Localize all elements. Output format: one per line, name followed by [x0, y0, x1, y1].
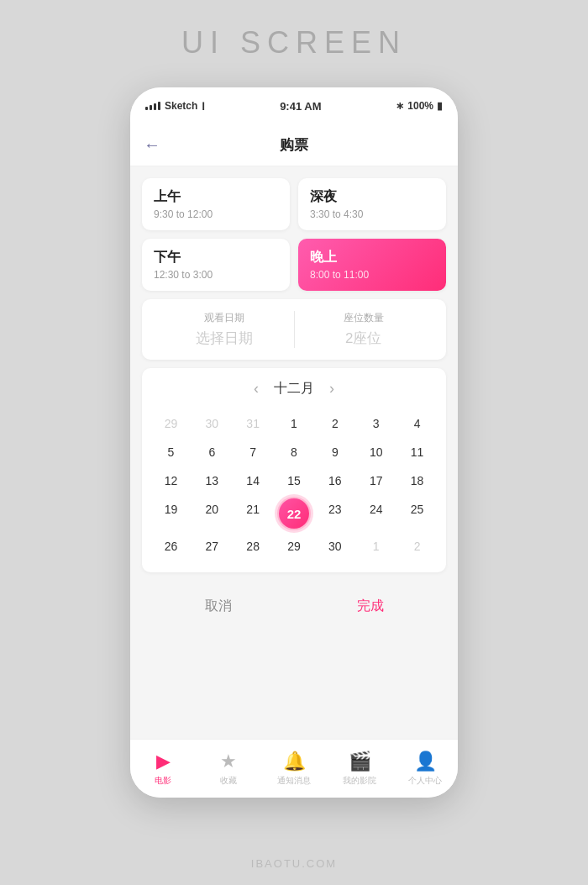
calendar-day[interactable]: 4 [396, 409, 438, 438]
evening-time: 8:00 to 11:00 [310, 269, 434, 281]
midnight-time: 3:30 to 4:30 [310, 208, 434, 220]
info-row: 观看日期 选择日期 座位数量 2座位 [142, 299, 446, 360]
nav-item-movies[interactable]: ▶ 电影 [130, 751, 196, 787]
calendar-grid: 2930311234567891011121314151617181920212… [150, 409, 438, 561]
time-slot-evening[interactable]: 晚上 8:00 to 11:00 [298, 239, 446, 291]
calendar-day[interactable]: 1 [274, 409, 315, 438]
calendar-day[interactable]: 27 [192, 532, 233, 561]
calendar-day[interactable]: 2 [396, 532, 438, 561]
cinema-icon: 🎬 [349, 751, 371, 772]
calendar-day-selected[interactable]: 22 [274, 495, 315, 532]
page-title: 购票 [280, 135, 308, 155]
signal-bar-1 [145, 107, 148, 110]
calendar-day[interactable]: 28 [233, 532, 274, 561]
bottom-watermark-label: IBAOTU.COM [251, 857, 337, 870]
nav-item-cinema[interactable]: 🎬 我的影院 [327, 751, 392, 787]
wifi-icon: Ⅰ [202, 100, 205, 113]
bottom-nav: ▶ 电影 ★ 收藏 🔔 通知消息 🎬 我的影院 👤 个人中心 [130, 739, 458, 798]
calendar-day[interactable]: 24 [355, 495, 396, 532]
seat-cell[interactable]: 座位数量 2座位 [295, 311, 433, 348]
profile-label: 个人中心 [408, 775, 442, 787]
calendar-day[interactable]: 30 [314, 532, 355, 561]
bluetooth-icon: ∗ [396, 100, 404, 112]
calendar-day[interactable]: 2 [314, 409, 355, 438]
main-content: 上午 9:30 to 12:00 深夜 3:30 to 4:30 下午 12:3… [130, 166, 458, 739]
phone-frame: Sketch Ⅰ 9:41 AM ∗ 100% ▮ ← 购票 上午 9:30 t… [130, 87, 458, 798]
calendar-day[interactable]: 29 [150, 409, 192, 438]
carrier-name: Sketch [165, 100, 197, 112]
action-row: 取消 完成 [142, 581, 446, 629]
signal-bar-2 [150, 105, 152, 110]
calendar-prev-button[interactable]: ‹ [254, 380, 259, 398]
calendar-day[interactable]: 5 [150, 438, 192, 466]
time-slot-morning[interactable]: 上午 9:30 to 12:00 [142, 178, 290, 230]
favorites-icon: ★ [220, 751, 237, 772]
calendar-next-button[interactable]: › [329, 380, 334, 398]
evening-label: 晚上 [310, 249, 434, 266]
nav-item-favorites[interactable]: ★ 收藏 [196, 751, 261, 787]
battery-icon: ▮ [437, 100, 443, 112]
calendar-day[interactable]: 3 [355, 409, 396, 438]
calendar-day[interactable]: 10 [355, 438, 396, 466]
calendar-card: ‹ 十二月 › 29303112345678910111213141516171… [142, 368, 446, 572]
date-value: 选择日期 [196, 329, 253, 348]
confirm-button[interactable]: 完成 [323, 593, 417, 620]
calendar-day[interactable]: 23 [314, 495, 355, 532]
calendar-day[interactable]: 17 [355, 466, 396, 495]
calendar-day[interactable]: 14 [233, 466, 274, 495]
movies-icon: ▶ [156, 751, 171, 772]
time-slot-midnight[interactable]: 深夜 3:30 to 4:30 [298, 178, 446, 230]
calendar-day[interactable]: 12 [150, 466, 192, 495]
nav-item-profile[interactable]: 👤 个人中心 [392, 751, 458, 787]
cinema-label: 我的影院 [343, 775, 376, 787]
calendar-day[interactable]: 11 [396, 438, 438, 466]
calendar-day[interactable]: 20 [192, 495, 233, 532]
signal-bar-3 [154, 103, 156, 110]
notifications-icon: 🔔 [283, 751, 306, 772]
page-wrapper: UI SCREEN Sketch Ⅰ 9:41 AM ∗ 100% ▮ [0, 0, 588, 885]
calendar-day[interactable]: 16 [314, 466, 355, 495]
movies-label: 电影 [155, 775, 171, 787]
afternoon-label: 下午 [154, 249, 278, 266]
battery-percent: 100% [407, 100, 433, 112]
profile-icon: 👤 [414, 751, 437, 772]
seat-label: 座位数量 [344, 311, 384, 325]
favorites-label: 收藏 [220, 775, 237, 787]
calendar-day[interactable]: 26 [150, 532, 192, 561]
cancel-button[interactable]: 取消 [171, 593, 265, 620]
calendar-header: ‹ 十二月 › [150, 380, 438, 398]
afternoon-time: 12:30 to 3:00 [154, 269, 278, 281]
midnight-label: 深夜 [310, 188, 434, 206]
calendar-day[interactable]: 7 [233, 438, 274, 466]
nav-item-notifications[interactable]: 🔔 通知消息 [261, 751, 327, 787]
calendar-day[interactable]: 22 [279, 498, 309, 529]
calendar-day[interactable]: 19 [150, 495, 192, 532]
time-slots-grid: 上午 9:30 to 12:00 深夜 3:30 to 4:30 下午 12:3… [142, 178, 446, 291]
calendar-day[interactable]: 31 [233, 409, 274, 438]
morning-label: 上午 [154, 188, 278, 206]
calendar-day[interactable]: 8 [274, 438, 315, 466]
signal-bars-icon [145, 102, 160, 110]
calendar-month: 十二月 [274, 380, 314, 398]
seat-value: 2座位 [345, 329, 381, 348]
calendar-day[interactable]: 1 [355, 532, 396, 561]
status-left: Sketch Ⅰ [145, 100, 205, 113]
status-time: 9:41 AM [280, 100, 321, 113]
calendar-day[interactable]: 9 [314, 438, 355, 466]
calendar-day[interactable]: 18 [396, 466, 438, 495]
ui-screen-label: UI SCREEN [181, 25, 407, 61]
calendar-day[interactable]: 13 [192, 466, 233, 495]
calendar-day[interactable]: 6 [192, 438, 233, 466]
date-label: 观看日期 [204, 311, 244, 325]
calendar-day[interactable]: 25 [396, 495, 438, 532]
signal-bar-4 [158, 102, 160, 110]
time-slot-afternoon[interactable]: 下午 12:30 to 3:00 [142, 239, 290, 291]
calendar-day[interactable]: 21 [233, 495, 274, 532]
back-button[interactable]: ← [144, 135, 160, 155]
calendar-day[interactable]: 30 [192, 409, 233, 438]
notifications-label: 通知消息 [277, 775, 311, 787]
date-cell[interactable]: 观看日期 选择日期 [155, 311, 295, 348]
calendar-day[interactable]: 29 [274, 532, 315, 561]
calendar-day[interactable]: 15 [274, 466, 315, 495]
status-right: ∗ 100% ▮ [396, 100, 443, 112]
